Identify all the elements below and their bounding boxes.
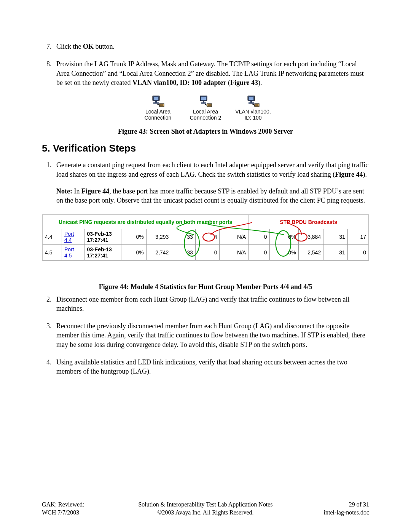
step-list-b-cont: Disconnect one member from each Hunt Gro…: [42, 295, 369, 376]
adapter-item: Local Area Connection 2: [188, 96, 224, 121]
step-item: Generate a constant ping request from ea…: [53, 160, 369, 205]
stats-header-red: STP BPDU Broadcasts: [280, 219, 337, 225]
page-footer: GAK; Reviewed: WCH 7/7/2003 Solution & I…: [42, 501, 369, 517]
table-row: 4.5 Port4.5 03-Feb-1317:27:41 0% 2,742 3…: [42, 244, 369, 260]
step-item: Disconnect one member from each Hunt Gro…: [53, 295, 369, 313]
step-note: Note: In Figure 44, the base port has mo…: [56, 187, 369, 205]
adapter-item: Local Area Connection: [140, 96, 176, 121]
svg-rect-3: [153, 102, 159, 104]
adapter-item: VLAN vlan100, ID: 100: [235, 96, 271, 121]
step-list-a: Click the OK button. Provision the LAG T…: [42, 42, 369, 87]
svg-rect-2: [155, 101, 157, 102]
svg-rect-8: [203, 101, 204, 102]
footer-right: 29 of 31 intel-lag-notes.doc: [293, 501, 369, 517]
stats-header-table: Unicast PING requests are distributed eq…: [42, 214, 369, 261]
adapter-label: VLAN vlan100,: [235, 109, 271, 115]
network-adapter-icon: [199, 96, 212, 107]
section-heading: 5. Verification Steps: [42, 142, 369, 154]
step-text: Reconnect the previously disconnected me…: [56, 321, 369, 349]
table-row: 4.4 Port4.4 03-Feb-1317:27:41 0% 3,293 3…: [42, 229, 369, 244]
step-item: Using available statistics and LED link …: [53, 358, 369, 376]
step-text: Disconnect one member from each Hunt Gro…: [56, 295, 369, 313]
document-page: Click the OK button. Provision the LAG T…: [0, 0, 411, 532]
svg-rect-7: [201, 97, 206, 100]
svg-rect-17: [255, 104, 258, 106]
step-item: Reconnect the previously disconnected me…: [53, 321, 369, 349]
step-item: Provision the LAG Trunk IP Address, Mask…: [53, 59, 369, 87]
svg-rect-13: [249, 97, 253, 100]
network-adapter-icon: [246, 96, 260, 107]
figure-44-caption: Figure 44: Module 4 Statistics for Hunt …: [42, 283, 369, 291]
svg-rect-11: [208, 104, 211, 106]
adapter-label: ID: 100: [244, 115, 261, 121]
step-text: Generate a constant ping request from ea…: [56, 160, 369, 179]
adapter-label: Local Area: [145, 109, 170, 115]
network-adapter-icon: [151, 96, 165, 107]
step-text: Using available statistics and LED link …: [56, 358, 369, 376]
step-list-b: Generate a constant ping request from ea…: [42, 160, 369, 205]
svg-rect-14: [250, 101, 252, 102]
adapter-label: Connection: [145, 115, 172, 121]
figure-44-stats: Unicast PING requests are distributed eq…: [42, 214, 369, 261]
step-item: Click the OK button.: [53, 42, 369, 51]
stats-header-green: Unicast PING requests are distributed eq…: [59, 219, 233, 225]
adapter-label: Local Area: [193, 109, 218, 115]
svg-rect-5: [160, 104, 163, 106]
footer-center: Solution & Interoperability Test Lab App…: [118, 501, 293, 517]
footer-left: GAK; Reviewed: WCH 7/7/2003: [42, 501, 118, 517]
adapter-icons-row: Local Area Connection Local Area Connect…: [42, 96, 369, 121]
port-link[interactable]: Port4.5: [64, 246, 74, 259]
port-link[interactable]: Port4.4: [64, 231, 74, 243]
figure-43-caption: Figure 43: Screen Shot of Adapters in Wi…: [42, 128, 369, 136]
svg-rect-1: [154, 97, 158, 100]
svg-rect-9: [201, 102, 206, 104]
step-text: Provision the LAG Trunk IP Address, Mask…: [56, 59, 369, 87]
svg-rect-15: [249, 102, 254, 104]
adapter-label: Connection 2: [190, 115, 221, 121]
step-text: Click the OK button.: [56, 42, 369, 51]
